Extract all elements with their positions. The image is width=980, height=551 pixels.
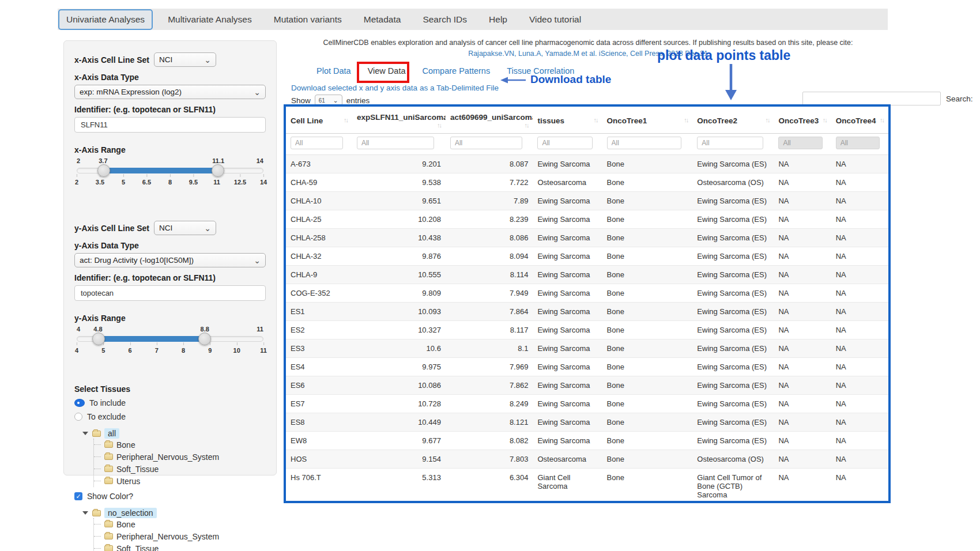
table-cell: NA: [774, 284, 831, 303]
column-header-oncotree4[interactable]: OncoTree4↑↓: [831, 107, 888, 134]
download-link[interactable]: Download selected x and y axis data as a…: [291, 84, 499, 92]
column-header-oncotree1[interactable]: OncoTree1↑↓: [602, 107, 693, 134]
app-root: Univariate AnalysesMultivariate Analyses…: [0, 0, 980, 551]
y-cell-line-set-select[interactable]: NCI ⌄: [154, 221, 216, 235]
tab-compare-patterns[interactable]: Compare Patterns: [422, 66, 490, 76]
y-data-type-select[interactable]: act: Drug Activity (-log10[IC50M]) ⌄: [74, 253, 266, 267]
column-header-expslfn11-unisarcoma[interactable]: expSLFN11_uniSarcoma↑↓: [352, 107, 446, 134]
sort-icon[interactable]: ↑↓: [765, 116, 769, 123]
tree-node-bone[interactable]: Bone: [116, 440, 135, 450]
tree-caret-icon[interactable]: [82, 432, 88, 435]
radio-to-exclude-label: To exclude: [87, 412, 126, 421]
chevron-down-icon: ⌄: [333, 97, 338, 103]
y-data-type-value: act: Drug Activity (-log10[IC50M]): [80, 256, 194, 265]
show-color-checkbox[interactable]: ✓ Show Color?: [74, 492, 266, 501]
nav-tab-video-tutorial[interactable]: Video tutorial: [522, 9, 588, 30]
nav-tab-search-ids[interactable]: Search IDs: [416, 9, 474, 30]
chevron-down-icon: ⌄: [254, 258, 261, 263]
tree-node-all[interactable]: all: [104, 428, 119, 439]
sort-icon[interactable]: ↑↓: [880, 116, 884, 123]
annotation-plot-data-points-table: plot data points table: [657, 48, 790, 63]
axis-tick-label: 6.5: [142, 179, 151, 186]
column-filter-input-expslfn11-unisarcoma[interactable]: [357, 137, 434, 149]
table-cell: 9.201: [352, 155, 446, 173]
nav-tab-metadata[interactable]: Metadata: [357, 9, 408, 30]
table-cell: NA: [831, 229, 888, 247]
column-filter-input-act609699-unisarcoma[interactable]: [450, 137, 522, 149]
x-identifier-label: Identifier: (e.g. topotecan or SLFN11): [74, 105, 266, 114]
folder-icon: [104, 533, 113, 539]
table-cell: 7.803: [446, 450, 533, 469]
table-search-input[interactable]: [802, 92, 941, 105]
table-cell: CHA-59: [286, 173, 352, 192]
x-identifier-input[interactable]: [74, 117, 266, 133]
x-data-type-select[interactable]: exp: mRNA Expression (log2) ⌄: [74, 85, 266, 99]
nav-tab-univariate-analyses[interactable]: Univariate Analyses: [58, 9, 153, 30]
y-range-slider[interactable]: 44.88.8114567891011: [77, 326, 263, 361]
citation-link[interactable]: Rajapakse.VN, Luna.A, Yamade.M et al. iS…: [285, 50, 891, 58]
column-filter-input-oncotree1[interactable]: [607, 137, 681, 149]
tab-plot-data[interactable]: Plot Data: [316, 66, 351, 76]
folder-icon: [104, 466, 113, 472]
search-control: Search:: [802, 92, 973, 105]
slider-handle-low[interactable]: [97, 164, 110, 177]
column-header-cell-line[interactable]: Cell Line↑↓: [286, 107, 352, 134]
slider-fill: [99, 336, 205, 342]
tree-node-soft-tissue[interactable]: Soft_Tissue: [116, 544, 159, 551]
tree-node-peripheral-nervous-system[interactable]: Peripheral_Nervous_System: [116, 452, 219, 462]
x-cell-line-set-select[interactable]: NCI ⌄: [154, 52, 216, 67]
sort-icon[interactable]: ↑↓: [594, 116, 598, 123]
table-cell: Ewing Sarcoma: [533, 229, 602, 247]
sort-icon[interactable]: ↑↓: [344, 116, 348, 123]
slider-handle-high[interactable]: [212, 164, 224, 177]
table-cell: Ewing Sarcoma: [533, 321, 602, 339]
nav-tab-mutation-variants[interactable]: Mutation variants: [267, 9, 349, 30]
tissue-tree-include: allBonePeripheral_Nervous_SystemSoft_Tis…: [82, 428, 266, 487]
x-range-slider[interactable]: 23.711.11423.556.589.51112.514: [77, 157, 263, 193]
table-row: EW89.6778.082Ewing SarcomaBoneEwing Sarc…: [286, 432, 888, 450]
axis-tick-label: 5: [122, 179, 125, 186]
sort-icon[interactable]: ↑↓: [524, 122, 528, 129]
tree-node-soft-tissue[interactable]: Soft_Tissue: [116, 465, 159, 474]
down-arrow-icon: [724, 64, 738, 101]
slider-handle-high[interactable]: [198, 333, 211, 345]
table-cell: NA: [774, 376, 831, 395]
table-cell: A-673: [286, 155, 352, 173]
tree-node-peripheral-nervous-system[interactable]: Peripheral_Nervous_System: [116, 532, 219, 541]
table-row: ES49.9757.969Ewing SarcomaBoneEwing Sarc…: [286, 358, 888, 376]
table-cell: NA: [831, 210, 888, 229]
tree-node-uterus[interactable]: Uterus: [116, 477, 140, 486]
table-cell: Bone: [602, 173, 693, 192]
tree-node-bone[interactable]: Bone: [116, 520, 135, 529]
left-arrow-icon: [499, 76, 527, 85]
table-cell: Ewing Sarcoma: [533, 413, 602, 432]
tree-caret-icon[interactable]: [82, 511, 88, 515]
sort-icon[interactable]: ↑↓: [437, 122, 441, 129]
table-cell: 10.728: [352, 395, 446, 413]
nav-tab-multivariate-analyses[interactable]: Multivariate Analyses: [161, 9, 259, 30]
radio-to-exclude[interactable]: To exclude: [74, 412, 266, 421]
folder-icon: [92, 431, 101, 437]
tree-node-no-selection[interactable]: no_selection: [104, 508, 157, 518]
slider-handle-low[interactable]: [92, 333, 105, 345]
table-cell: NA: [831, 376, 888, 395]
sort-icon[interactable]: ↑↓: [684, 116, 688, 123]
y-identifier-input[interactable]: [74, 285, 266, 301]
table-cell: 8.249: [446, 395, 533, 413]
sort-icon[interactable]: ↑↓: [823, 116, 827, 123]
table-cell: NA: [774, 247, 831, 266]
nav-tab-help[interactable]: Help: [482, 9, 514, 30]
table-cell: Ewing Sarcoma: [533, 395, 602, 413]
column-header-act609699-unisarcoma[interactable]: act609699_uniSarcoma↑↓: [446, 107, 533, 134]
column-header-tissues[interactable]: tissues↑↓: [533, 107, 602, 134]
column-filter-input-tissues[interactable]: [537, 137, 593, 149]
column-filter-input-cell-line[interactable]: [291, 137, 343, 149]
table-cell: Ewing Sarcoma (ES): [692, 413, 774, 432]
column-header-oncotree2[interactable]: OncoTree2↑↓: [692, 107, 774, 134]
axis-tick-label: 3.5: [96, 179, 104, 186]
radio-to-include[interactable]: To include: [74, 398, 266, 407]
axis-tick-label: 12.5: [234, 179, 246, 186]
column-header-oncotree3[interactable]: OncoTree3↑↓: [774, 107, 831, 134]
table-row: ES610.0867.862Ewing SarcomaBoneEwing Sar…: [286, 376, 888, 395]
column-filter-input-oncotree2[interactable]: [697, 137, 763, 149]
